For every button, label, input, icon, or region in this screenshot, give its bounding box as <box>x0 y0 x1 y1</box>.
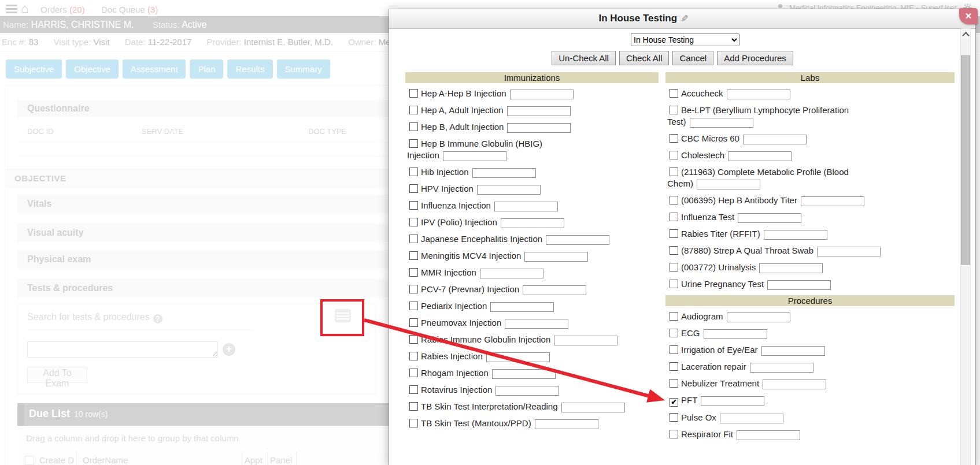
checkbox[interactable] <box>409 139 418 148</box>
item-value-input[interactable] <box>750 363 813 373</box>
checkbox[interactable] <box>409 285 418 293</box>
item-label: Rabies Titer (RFFIT) <box>681 229 760 239</box>
item-value-input[interactable] <box>801 196 864 206</box>
checkbox[interactable] <box>670 213 678 221</box>
checkbox[interactable] <box>409 335 418 344</box>
checkbox[interactable] <box>409 369 418 377</box>
item-value-input[interactable] <box>738 213 801 223</box>
item-value-input[interactable] <box>480 269 543 278</box>
checkbox[interactable] <box>670 229 678 238</box>
item-label: (211963) Complete Metabolic Profile (Blo… <box>681 167 849 177</box>
item-value-input[interactable] <box>764 230 827 240</box>
checkbox[interactable] <box>670 312 678 321</box>
scrollbar-thumb[interactable] <box>961 55 970 265</box>
item-value-input[interactable] <box>554 336 617 345</box>
item-value-input[interactable] <box>492 369 556 379</box>
item-value-input[interactable] <box>561 403 625 412</box>
item-value-input[interactable] <box>727 313 790 322</box>
procedure-item: Respirator Fit <box>667 429 955 440</box>
modal-scrollbar[interactable] <box>960 28 971 465</box>
item-label: Pediarix Injection <box>421 301 487 311</box>
checkbox[interactable] <box>409 385 418 394</box>
checkbox[interactable] <box>409 184 418 193</box>
item-value-input[interactable] <box>501 218 564 228</box>
checkbox[interactable] <box>670 134 678 143</box>
item-value-input[interactable] <box>486 352 550 362</box>
item-value-input[interactable] <box>690 118 753 128</box>
checkbox[interactable] <box>409 218 418 226</box>
item-value-input[interactable] <box>507 123 571 133</box>
item-value-input[interactable] <box>701 396 764 406</box>
checkbox[interactable] <box>409 318 418 327</box>
chevron-up-icon <box>962 32 970 39</box>
item-value-input[interactable] <box>490 302 554 312</box>
checkbox[interactable] <box>409 419 418 427</box>
lab-item: Accucheck <box>667 88 955 99</box>
item-value-input[interactable] <box>546 235 609 245</box>
item-value-input[interactable] <box>743 135 807 144</box>
checkbox[interactable] <box>409 168 418 176</box>
checkbox[interactable] <box>670 89 678 98</box>
checkbox[interactable] <box>670 430 678 438</box>
checkbox[interactable] <box>409 235 418 243</box>
checkbox[interactable] <box>670 106 678 114</box>
checkbox[interactable] <box>670 168 678 176</box>
checkbox[interactable] <box>409 268 418 277</box>
item-value-input[interactable] <box>507 106 571 116</box>
checkbox[interactable] <box>670 379 678 388</box>
item-label: Pneumovax Injection <box>421 318 501 328</box>
item-value-input[interactable] <box>727 90 790 99</box>
item-value-input[interactable] <box>477 185 541 195</box>
checkbox[interactable] <box>409 352 418 360</box>
item-value-input[interactable] <box>472 168 536 178</box>
checkbox[interactable] <box>670 345 678 354</box>
item-value-input[interactable] <box>720 414 783 423</box>
checkbox[interactable] <box>409 302 418 310</box>
check-all-button[interactable]: Check All <box>619 51 670 65</box>
uncheck-all-button[interactable]: Un-Check All <box>552 51 616 65</box>
immunization-item: Hep A, Adult Injection <box>407 105 659 116</box>
checkbox[interactable] <box>409 106 418 114</box>
checkbox[interactable] <box>409 201 418 210</box>
item-value-input[interactable] <box>704 329 767 339</box>
scroll-up-button[interactable] <box>961 29 970 39</box>
item-value-input[interactable] <box>817 247 881 256</box>
item-value-input[interactable] <box>737 430 800 440</box>
checkbox[interactable] <box>409 89 418 98</box>
item-value-input[interactable] <box>535 419 598 429</box>
item-value-input[interactable] <box>761 346 825 356</box>
checkbox[interactable] <box>670 151 678 159</box>
checkbox[interactable] <box>670 196 678 204</box>
item-value-input[interactable] <box>495 386 559 396</box>
checkbox[interactable] <box>670 413 678 422</box>
item-label: HPV Injection <box>421 184 474 194</box>
checkbox[interactable] <box>409 122 418 131</box>
item-value-input[interactable] <box>759 263 823 273</box>
checkbox[interactable] <box>670 329 678 337</box>
item-value-input[interactable] <box>728 151 792 161</box>
procedures-header: Procedures <box>665 295 955 306</box>
item-value-input[interactable] <box>697 180 760 189</box>
item-value-input[interactable] <box>510 90 574 99</box>
item-value-input[interactable] <box>767 280 831 290</box>
item-value-input[interactable] <box>763 380 826 389</box>
item-label: Irrigation of Eye/Ear <box>681 345 758 355</box>
add-procedures-button[interactable]: Add Procedures <box>717 51 793 65</box>
item-value-input[interactable] <box>494 202 558 211</box>
checkbox[interactable] <box>670 263 678 271</box>
checkbox[interactable] <box>409 402 418 411</box>
checkbox[interactable] <box>670 246 678 255</box>
cancel-button[interactable]: Cancel <box>672 51 713 65</box>
item-value-input[interactable] <box>524 252 588 262</box>
checkbox[interactable] <box>670 280 678 288</box>
category-select[interactable]: In House Testing <box>631 34 739 46</box>
pencil-icon[interactable]: ✎ <box>679 14 690 22</box>
item-label: Rotavirus Injection <box>421 385 492 395</box>
checkbox-checked[interactable]: ✔ <box>670 398 678 407</box>
item-value-input[interactable] <box>505 319 568 329</box>
checkbox[interactable] <box>409 251 418 260</box>
close-icon[interactable]: ✕ <box>959 8 978 24</box>
checkbox[interactable] <box>670 362 678 371</box>
item-value-input[interactable] <box>443 151 506 161</box>
item-value-input[interactable] <box>523 285 586 295</box>
